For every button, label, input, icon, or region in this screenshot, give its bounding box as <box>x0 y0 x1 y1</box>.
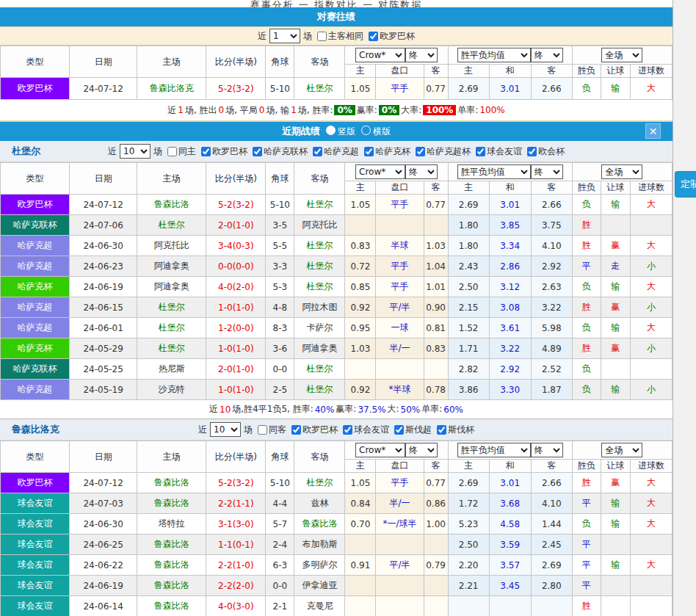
away-team-cell[interactable]: 杜堡尔 <box>294 380 345 400</box>
recent-count-select[interactable]: 10 <box>210 422 241 437</box>
away-team-cell[interactable]: 伊拿迪亚 <box>294 576 345 596</box>
away-team-cell[interactable]: 阿拉木图 <box>294 297 345 318</box>
bookmaker-select[interactable]: Crow* <box>355 443 405 457</box>
result-goals-cell: 大 <box>630 493 672 514</box>
score-cell: 1-0(1-0) <box>206 338 266 359</box>
home-team-cell[interactable]: 鲁森比洛 <box>137 493 206 514</box>
league-checkbox-6[interactable] <box>527 147 537 156</box>
league-checkbox-3[interactable] <box>437 425 446 435</box>
home-team-cell[interactable]: 杜堡尔 <box>137 297 206 318</box>
league-checkbox-4[interactable] <box>416 147 425 156</box>
away-team-cell[interactable]: 杜堡尔 <box>294 236 345 256</box>
away-team-cell[interactable]: 杜堡尔 <box>294 195 345 215</box>
away-team-cell[interactable]: 阿克托比 <box>294 215 345 236</box>
sub-column-header-1: 盘口 <box>376 181 424 195</box>
layout-radio-1[interactable] <box>361 126 371 135</box>
table-row: 欧罗巴杯24-07-12鲁森比洛克5-2(3-2)5-10杜堡尔1.05平手0.… <box>1 78 673 100</box>
home-team-cell[interactable]: 塔特拉 <box>137 514 206 535</box>
away-team-cell[interactable]: 杜堡尔 <box>294 277 345 297</box>
avg-odds-select[interactable]: 胜平负均值 <box>457 443 531 457</box>
scope-select[interactable]: 全场 <box>601 443 642 457</box>
home-team-cell[interactable]: 阿迪拿奥 <box>137 256 206 277</box>
filter-prefix-label: 近 <box>198 424 207 436</box>
away-team-cell[interactable]: 多明萨尔 <box>294 555 345 576</box>
home-team-cell[interactable]: 鲁森比洛 <box>137 535 206 555</box>
sub-column-header-5: 客 <box>531 460 572 473</box>
avg-draw-odds: 3.85 <box>489 215 531 236</box>
home-team-cell[interactable]: 鲁森比洛 <box>137 576 206 596</box>
team-name-title[interactable]: 鲁森比洛克 <box>12 423 59 436</box>
league-checkbox-1[interactable] <box>253 147 262 156</box>
close-icon[interactable]: ✕ <box>645 123 661 139</box>
league-checkbox-1[interactable] <box>343 425 352 435</box>
result-goals-cell: 大 <box>630 195 672 215</box>
league-badge: 哈萨克超 <box>1 236 70 256</box>
final-avg-select[interactable]: 终 <box>531 443 563 457</box>
league-checkbox-0[interactable] <box>291 425 301 435</box>
scope-select[interactable]: 全场 <box>601 48 642 62</box>
final-avg-select[interactable]: 终 <box>531 48 563 62</box>
crow-home-odds: 1.05 <box>345 78 376 100</box>
avg-odds-select[interactable]: 胜平负均值 <box>457 48 531 62</box>
same-venue-checkbox[interactable] <box>258 425 267 435</box>
avg-draw-odds: 3.01 <box>489 473 531 493</box>
bookmaker-select[interactable]: Crow* <box>355 164 405 179</box>
away-team-cell[interactable]: 杜堡尔 <box>294 256 345 277</box>
home-team-cell[interactable]: 阿迪拿奥 <box>137 277 206 297</box>
final-odds-select[interactable]: 终 <box>405 48 438 62</box>
layout-radio-label-0[interactable]: 竖版 <box>338 126 355 137</box>
home-team-cell[interactable]: 杜堡尔 <box>137 215 206 236</box>
away-team-cell[interactable]: 杜堡尔 <box>294 359 345 380</box>
league-checkbox-3[interactable] <box>364 147 374 156</box>
league-checkbox-5[interactable] <box>476 147 485 156</box>
team-name-title[interactable]: 杜堡尔 <box>12 145 40 158</box>
final-odds-select[interactable]: 终 <box>405 443 438 457</box>
recent-count-select[interactable]: 1 <box>269 29 300 43</box>
date-cell: 24-06-23 <box>70 256 137 277</box>
home-team-cell[interactable]: 杜堡尔 <box>137 338 206 359</box>
result-handicap-cell <box>601 596 630 616</box>
table-row: 球会友谊24-06-19鲁森比洛2-2(2-0)0-0伊拿迪亚2.213.452… <box>1 576 673 596</box>
crow-away-odds: 0.81 <box>424 318 448 338</box>
home-team-cell[interactable]: 热尼斯 <box>137 359 206 380</box>
crow-away-odds: 1.01 <box>424 277 448 297</box>
league-checkbox-2[interactable] <box>394 425 404 435</box>
home-team-cell[interactable]: 鲁森比洛克 <box>137 78 206 100</box>
layout-radio-0[interactable] <box>326 126 336 135</box>
league-checkbox-2[interactable] <box>313 147 322 156</box>
layout-radio-label-1[interactable]: 横版 <box>373 126 391 137</box>
home-team-cell[interactable]: 鲁森比洛 <box>137 596 206 616</box>
away-team-cell[interactable]: 卡萨尔 <box>294 318 345 338</box>
home-team-cell[interactable]: 杜堡尔 <box>137 318 206 338</box>
league-badge: 哈萨克杯 <box>1 277 70 297</box>
away-team-cell[interactable]: 阿迪拿奥 <box>294 338 345 359</box>
scope-select[interactable]: 全场 <box>601 164 642 179</box>
away-team-cell[interactable]: 杜堡尔 <box>294 78 345 100</box>
league-checkbox-0[interactable] <box>369 32 378 41</box>
away-team-cell[interactable]: 鲁森比洛 <box>294 514 345 535</box>
corners-cell: 3-3 <box>266 256 294 277</box>
same-venue-checkbox[interactable] <box>167 147 177 156</box>
final-avg-select[interactable]: 终 <box>531 164 563 179</box>
recent-count-select[interactable]: 10 <box>120 144 151 159</box>
avg-draw-odds: 3.01 <box>489 195 531 215</box>
bookmaker-select[interactable]: Crow* <box>355 48 405 62</box>
away-team-cell[interactable]: 克曼尼 <box>294 596 345 616</box>
away-team-cell[interactable]: 杜堡尔 <box>294 473 345 493</box>
home-team-cell[interactable]: 阿克托比 <box>137 236 206 256</box>
home-team-cell[interactable]: 沙克特 <box>137 380 206 400</box>
league-checkbox-0[interactable] <box>201 147 211 156</box>
final-odds-select[interactable]: 终 <box>405 164 438 179</box>
away-team-cell[interactable]: 兹林 <box>294 493 345 514</box>
customize-side-button[interactable]: 定制 <box>675 171 696 198</box>
result-wdl-cell: 胜 <box>572 215 601 236</box>
summary-text: 10 <box>220 405 231 415</box>
same-venue-checkbox[interactable] <box>317 32 327 41</box>
home-team-cell[interactable]: 鲁森比洛 <box>137 555 206 576</box>
result-goals-cell: 小 <box>630 338 672 359</box>
avg-odds-select[interactable]: 胜平负均值 <box>457 164 531 179</box>
home-team-cell[interactable]: 鲁森比洛 <box>137 195 206 215</box>
home-team-cell[interactable]: 鲁森比洛 <box>137 473 206 493</box>
away-team-cell[interactable]: 布加勒斯 <box>294 535 345 555</box>
league-badge: 球会友谊 <box>1 555 70 576</box>
